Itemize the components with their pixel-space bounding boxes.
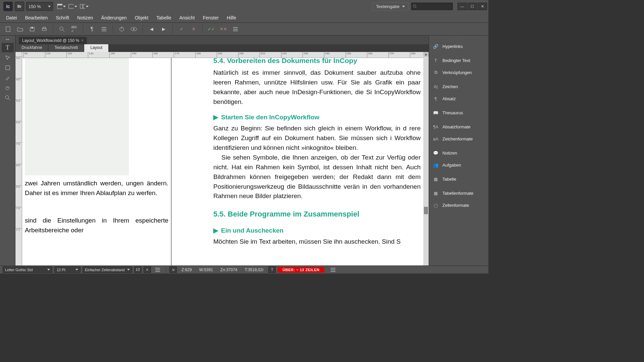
status-zn: Zn:37074 — [218, 267, 240, 272]
panel-character-styles[interactable]: aAZeichenformate — [429, 133, 488, 145]
menu-hilfe[interactable]: Hilfe — [223, 13, 240, 22]
overset-indicator-icon: T — [268, 266, 276, 273]
note-tool[interactable] — [2, 63, 14, 72]
panel-assignments[interactable]: 👥Aufgaben — [429, 159, 488, 171]
panel-notes[interactable]: 💬Notizen — [429, 147, 488, 159]
maximize-button[interactable]: ☐ — [468, 3, 477, 10]
menu-bearbeiten[interactable]: Bearbeiten — [21, 13, 52, 22]
position-tool[interactable] — [2, 53, 14, 62]
body-text: Natürlich ist es immer sinnvoll, das Dok… — [213, 68, 421, 107]
prev-icon[interactable]: ◀ — [147, 24, 156, 34]
panel-paragraph-styles[interactable]: ¶AAbsatzformate — [429, 121, 488, 133]
open-icon[interactable] — [15, 24, 25, 34]
menu-objekt[interactable]: Objekt — [131, 13, 152, 22]
pilcrow-icon[interactable]: ¶ — [87, 24, 97, 34]
close-button[interactable]: ✕ — [478, 3, 487, 10]
view-tab-textabschnitt[interactable]: Textabschnitt — [48, 44, 84, 52]
control-strip: abc✓ ¶ ◀ ▶ ✓ ✕ ✓✓ ✕✕ — [0, 23, 488, 36]
arrange-icon[interactable] — [80, 2, 89, 11]
panel-hyperlinks[interactable]: 🔗Hyperlinks — [429, 40, 488, 52]
menu-fenster[interactable]: Fenster — [199, 13, 223, 22]
menu-schrift[interactable]: Schrift — [52, 13, 73, 22]
menu-icon[interactable] — [153, 265, 162, 274]
screen-mode-icon[interactable] — [68, 2, 77, 11]
vertical-ruler: 3 0 4 0 5 0 6 0 7 0 8 0 9 0 1 0 1 1 — [15, 52, 22, 274]
tablestyle-icon: ▦ — [432, 190, 439, 196]
fraction-button[interactable]: 1⁄2 — [134, 266, 142, 273]
svg-rect-2 — [69, 4, 74, 8]
align-button[interactable]: ≡ — [144, 266, 151, 273]
menu-icon[interactable] — [231, 24, 240, 34]
reject-icon[interactable]: ✕ — [189, 24, 198, 34]
svg-rect-3 — [80, 4, 83, 8]
find-icon[interactable] — [57, 24, 67, 34]
menu-notizen[interactable]: Notizen — [73, 13, 97, 22]
menubar: Datei Bearbeiten Schrift Notizen Änderun… — [0, 13, 488, 23]
svg-rect-10 — [42, 28, 46, 31]
workspace-dropdown[interactable]: Texteingabe — [372, 2, 409, 11]
bridge-button[interactable]: Br — [15, 2, 24, 11]
tool-panel: ▸▸ T — [0, 36, 15, 274]
power-icon[interactable] — [117, 24, 126, 34]
type-tool[interactable]: T — [2, 43, 14, 52]
panel-conditional-text[interactable]: TBedingter Text — [429, 54, 488, 66]
statusbar: Letter Gothic Std 12 Pt Einfacher Zeilen… — [0, 265, 488, 274]
copyfit-icon: ⇲ — [169, 266, 177, 273]
scroll-up-button[interactable]: ▲ — [423, 52, 429, 57]
hand-tool[interactable] — [2, 83, 14, 93]
book-icon: 📖 — [432, 110, 439, 115]
accept-all-icon[interactable]: ✓✓ — [207, 24, 216, 34]
page-canvas[interactable]: zwei Jahren umständlich werden, ungen än… — [22, 58, 423, 267]
body-text: Möchten Sie im Text arbeiten, müssen Sie… — [213, 237, 421, 247]
paragraph-icon: ¶ — [432, 96, 439, 101]
menu-tabelle[interactable]: Tabelle — [152, 13, 175, 22]
close-icon[interactable]: × — [81, 38, 84, 43]
eye-icon[interactable] — [129, 24, 139, 34]
menu-ansicht[interactable]: Ansicht — [175, 13, 199, 22]
svg-rect-9 — [31, 27, 33, 28]
view-tab-druckfahne[interactable]: Druckfahne — [15, 44, 48, 52]
vertical-scrollbar[interactable]: ▲ ▼ — [423, 52, 429, 274]
minimize-button[interactable]: — — [458, 3, 467, 10]
panel-table[interactable]: ▦Tabelle — [429, 173, 488, 185]
collapse-handle[interactable]: ▸▸ — [6, 38, 9, 42]
view-options-icon[interactable] — [57, 2, 66, 11]
panel-table-styles[interactable]: ▦Tabellenformate — [429, 187, 488, 199]
svg-rect-4 — [83, 4, 85, 8]
zoom-dropdown[interactable]: 150 % — [26, 2, 53, 11]
body-text: Sie sehen Symbole, die Ihnen anzeigen, o… — [213, 153, 421, 201]
panel-links[interactable]: ⧉Verknüpfungen — [429, 66, 488, 78]
note-icon: 💬 — [432, 150, 439, 156]
new-icon[interactable] — [3, 24, 13, 34]
dock-grip[interactable]: :::::: — [429, 37, 488, 40]
status-w: W:5391 — [197, 267, 216, 272]
status-z: Z:629 — [179, 267, 195, 272]
view-tab-layout[interactable]: Layout — [84, 44, 109, 52]
panel-cell-styles[interactable]: ▢Zellenformate — [429, 199, 488, 211]
panel-paragraph[interactable]: ¶Absatz — [429, 93, 488, 105]
eyedropper-tool[interactable] — [2, 73, 14, 82]
reject-all-icon[interactable]: ✕✕ — [219, 24, 228, 34]
font-size-dropdown[interactable]: 12 Pt — [54, 266, 80, 273]
menu-icon[interactable] — [99, 24, 109, 34]
document-tab[interactable]: Layout_Workflow.indd @ 150 % × — [19, 37, 87, 44]
next-icon[interactable]: ▶ — [159, 24, 168, 34]
search-icon — [413, 4, 417, 8]
font-dropdown[interactable]: Letter Gothic Std — [3, 266, 52, 273]
app-logo: Ic — [3, 2, 13, 11]
svg-point-17 — [133, 28, 135, 30]
menu-icon[interactable] — [328, 265, 338, 274]
leading-dropdown[interactable]: Einfacher Zeilenabstand — [83, 266, 132, 273]
menu-aenderungen[interactable]: Änderungen — [97, 13, 131, 22]
print-icon[interactable] — [40, 24, 49, 34]
search-input[interactable] — [411, 3, 453, 10]
status-t: T:3518,02r — [242, 267, 267, 272]
accept-icon[interactable]: ✓ — [177, 24, 186, 34]
zoom-tool[interactable] — [2, 93, 14, 103]
panel-thesaurus[interactable]: 📖Thesaurus — [429, 107, 488, 119]
save-icon[interactable] — [28, 24, 37, 34]
overset-warning: ÜBER: ~ 13 ZEILEN — [278, 267, 324, 273]
spellcheck-icon[interactable]: abc✓ — [69, 24, 79, 34]
panel-character[interactable]: A|Zeichen — [429, 80, 488, 93]
menu-datei[interactable]: Datei — [2, 13, 21, 22]
